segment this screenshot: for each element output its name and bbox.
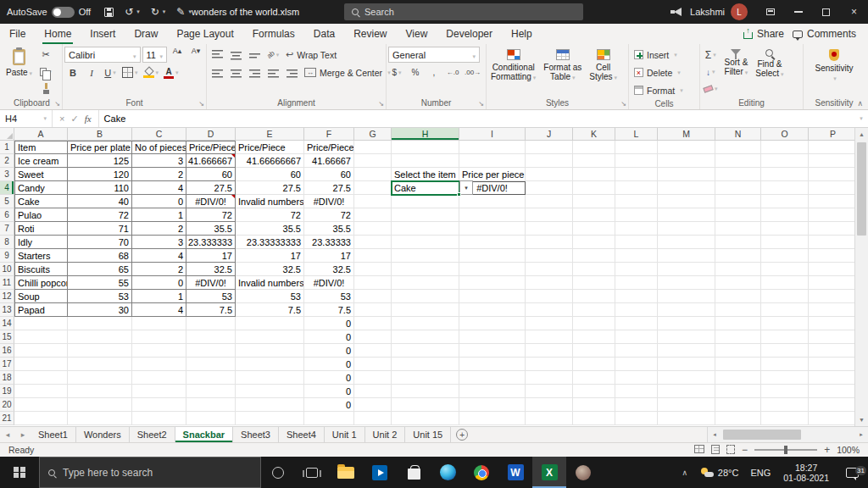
collapse-ribbon-icon[interactable]: ∧ xyxy=(857,99,863,108)
cell-A15[interactable] xyxy=(14,330,68,344)
cell-K1[interactable] xyxy=(573,141,615,154)
row-header-18[interactable]: 18 xyxy=(0,371,14,385)
cell-P14[interactable] xyxy=(809,317,854,330)
fill-button[interactable] xyxy=(702,64,720,80)
row-header-8[interactable]: 8 xyxy=(0,236,14,249)
cell-P19[interactable] xyxy=(809,385,854,398)
cell-D10[interactable]: 32.5 xyxy=(186,263,236,276)
ribbon-tab-insert[interactable]: Insert xyxy=(81,24,125,44)
delete-cells-button[interactable]: Delete xyxy=(631,64,698,80)
cell-B16[interactable] xyxy=(68,344,132,358)
cell-C15[interactable] xyxy=(132,330,186,344)
cell-O5[interactable] xyxy=(761,195,809,208)
cell-J13[interactable] xyxy=(526,303,573,317)
cell-E5[interactable]: Invalid numbers xyxy=(236,195,304,208)
cell-A3[interactable]: Sweet xyxy=(14,168,68,181)
cell-N15[interactable] xyxy=(715,330,761,344)
cell-M13[interactable] xyxy=(658,303,715,317)
cell-I2[interactable] xyxy=(459,154,526,168)
cell-P2[interactable] xyxy=(809,154,854,168)
user-name[interactable]: Lakshmi xyxy=(690,7,725,17)
cell-A8[interactable]: Idly xyxy=(14,236,68,249)
cell-C13[interactable]: 4 xyxy=(132,303,186,317)
edge-button[interactable] xyxy=(431,457,465,488)
cell-K21[interactable] xyxy=(573,412,615,425)
cell-E21[interactable] xyxy=(236,412,304,425)
percent-style-button[interactable]: % xyxy=(407,64,424,80)
cell-F17[interactable]: 0 xyxy=(304,358,354,371)
cell-M4[interactable] xyxy=(658,181,715,195)
cell-K11[interactable] xyxy=(573,276,615,290)
cell-K13[interactable] xyxy=(573,303,615,317)
cell-D5[interactable]: #DIV/0! xyxy=(186,195,236,208)
cell-M6[interactable] xyxy=(658,208,715,222)
cell-D15[interactable] xyxy=(186,330,236,344)
cell-J16[interactable] xyxy=(526,344,573,358)
fill-handle[interactable] xyxy=(457,192,461,197)
action-center-button[interactable]: 31 xyxy=(836,468,868,478)
copy-button[interactable] xyxy=(37,64,54,80)
cell-C12[interactable]: 1 xyxy=(132,290,186,303)
column-header-I[interactable]: I xyxy=(459,128,526,141)
decrease-font-size-button[interactable]: A▾ xyxy=(187,47,204,63)
row-header-11[interactable]: 11 xyxy=(0,276,14,290)
cell-B2[interactable]: 125 xyxy=(68,154,132,168)
underline-button[interactable]: U xyxy=(102,64,119,80)
cell-J3[interactable] xyxy=(526,168,573,181)
row-header-9[interactable]: 9 xyxy=(0,249,14,263)
cell-F14[interactable]: 0 xyxy=(304,317,354,330)
cell-L8[interactable] xyxy=(615,236,658,249)
cell-A6[interactable]: Pulao xyxy=(14,208,68,222)
cell-B20[interactable] xyxy=(68,398,132,412)
cell-P7[interactable] xyxy=(809,222,854,236)
cell-A12[interactable]: Soup xyxy=(14,290,68,303)
cell-D20[interactable] xyxy=(186,398,236,412)
cell-F4[interactable]: 27.5 xyxy=(304,181,354,195)
cell-P20[interactable] xyxy=(809,398,854,412)
redo-button[interactable]: ↻ xyxy=(147,2,170,22)
cell-B3[interactable]: 120 xyxy=(68,168,132,181)
cell-P15[interactable] xyxy=(809,330,854,344)
decrease-indent-button[interactable] xyxy=(264,64,281,80)
cell-B7[interactable]: 71 xyxy=(68,222,132,236)
cell-H17[interactable] xyxy=(392,358,459,371)
cell-O7[interactable] xyxy=(761,222,809,236)
cell-P5[interactable] xyxy=(809,195,854,208)
cell-L11[interactable] xyxy=(615,276,658,290)
cell-A2[interactable]: Ice cream xyxy=(14,154,68,168)
cell-P1[interactable] xyxy=(809,141,854,154)
cell-J12[interactable] xyxy=(526,290,573,303)
paste-button[interactable]: Paste xyxy=(3,47,35,79)
cell-O13[interactable] xyxy=(761,303,809,317)
sheet-tab-unit-2[interactable]: Unit 2 xyxy=(365,427,406,442)
cell-M16[interactable] xyxy=(658,344,715,358)
cell-G21[interactable] xyxy=(354,412,392,425)
cell-K9[interactable] xyxy=(573,249,615,263)
cell-F12[interactable]: 53 xyxy=(304,290,354,303)
cell-G1[interactable] xyxy=(354,141,392,154)
cell-B10[interactable]: 65 xyxy=(68,263,132,276)
cell-M10[interactable] xyxy=(658,263,715,276)
sheet-tab-sheet1[interactable]: Sheet1 xyxy=(31,427,76,442)
row-header-14[interactable]: 14 xyxy=(0,317,14,330)
cell-C3[interactable]: 2 xyxy=(132,168,186,181)
row-header-12[interactable]: 12 xyxy=(0,290,14,303)
sheet-tab-sheet3[interactable]: Sheet3 xyxy=(233,427,279,442)
cell-M2[interactable] xyxy=(658,154,715,168)
cell-I7[interactable] xyxy=(459,222,526,236)
cell-O2[interactable] xyxy=(761,154,809,168)
gimp-button[interactable] xyxy=(566,457,600,488)
cell-A19[interactable] xyxy=(14,385,68,398)
cortana-button[interactable] xyxy=(261,457,295,488)
font-color-button[interactable] xyxy=(162,64,181,80)
cell-I6[interactable] xyxy=(459,208,526,222)
sheet-tab-wonders[interactable]: Wonders xyxy=(76,427,130,442)
align-right-button[interactable] xyxy=(246,64,263,80)
cell-E6[interactable]: 72 xyxy=(236,208,304,222)
row-header-21[interactable]: 21 xyxy=(0,412,14,425)
cell-I14[interactable] xyxy=(459,317,526,330)
cell-L9[interactable] xyxy=(615,249,658,263)
cell-D21[interactable] xyxy=(186,412,236,425)
cell-E7[interactable]: 35.5 xyxy=(236,222,304,236)
cell-O11[interactable] xyxy=(761,276,809,290)
